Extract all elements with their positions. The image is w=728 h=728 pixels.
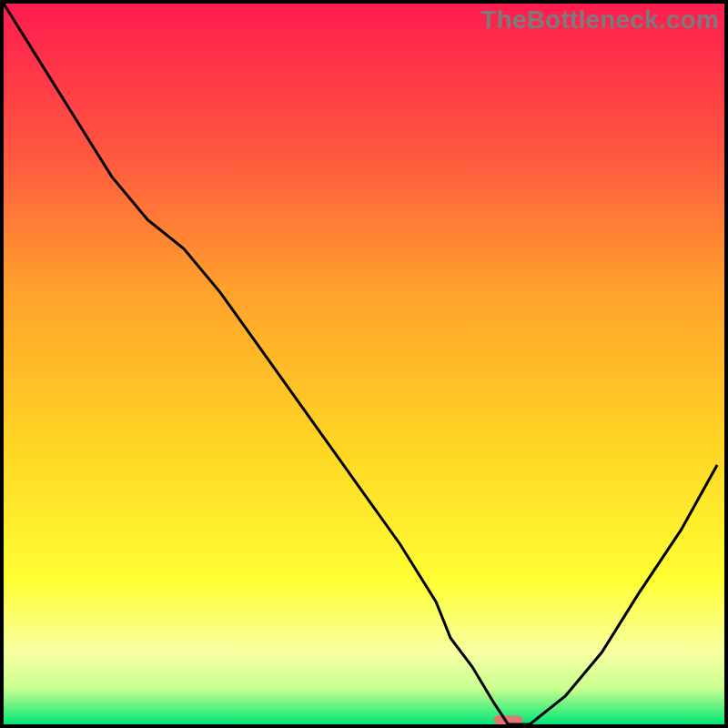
- watermark-label: TheBottleneck.com: [480, 5, 719, 35]
- gradient-background: [4, 4, 724, 724]
- chart-layer: [4, 4, 724, 724]
- chart-frame: TheBottleneck.com: [0, 0, 728, 728]
- bottleneck-chart: [4, 4, 724, 724]
